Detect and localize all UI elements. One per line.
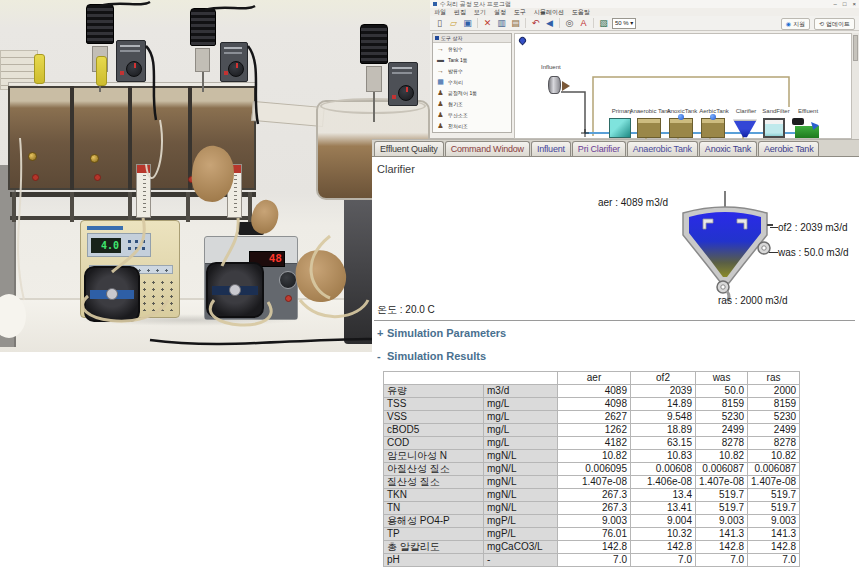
value-cell: 10.32 [631,528,696,541]
sandfilter-unit-icon[interactable] [763,118,785,138]
chart-icon[interactable]: ▧ [598,17,609,30]
unit-anoxictank[interactable]: AnoxicTank [669,118,695,138]
clarifier-title: Clarifier [377,163,415,175]
tank-unit-icon[interactable] [637,118,661,138]
section-divider [374,320,855,321]
tab-anoxic-tank[interactable]: Anoxic Tank [699,141,757,156]
canvas-scrollbar[interactable] [852,33,859,139]
sidebar-item-operator1[interactable]: ♟공정제어 1동 [433,87,511,98]
electrode-probe [34,54,45,84]
tab-influent[interactable]: Influent [531,141,571,156]
sidebar-item-basin[interactable]: ▦수처리 [433,76,511,87]
simulator-window: 수처리 공정 모사 프로그램 – □ × 파일편집보기설정도구시뮬레이션도움말 … [430,0,859,139]
collapse-icon[interactable]: - [377,350,387,362]
unit-anaerobic-tank[interactable]: Anaerobic Tank [637,118,663,138]
flowsheet-canvas[interactable]: Influent PrimaryAnaerobic TankAnoxicTank… [514,33,852,139]
save-icon[interactable]: ▣ [462,17,473,30]
value-cell: 5230 [748,411,800,424]
brass-valve [28,152,37,161]
value-cell: 519.7 [696,502,748,515]
controller-button [392,95,396,99]
value-cell: 519.7 [696,489,748,502]
maximize-button[interactable]: □ [843,0,847,8]
back-icon[interactable]: ◀ [544,17,555,30]
of2-stream-label: of2 : 2039 m3/d [778,222,848,233]
value-cell: 4089 [558,385,631,398]
simulation-parameters-label: Simulation Parameters [387,327,506,339]
influent-label: Influent [541,64,561,70]
sidebar-item-operator2[interactable]: ♟혐기조 [433,98,511,109]
support-button[interactable]: ◉지원 [781,18,810,30]
close-button[interactable]: × [852,0,856,8]
value-cell: 50.0 [696,385,748,398]
speed-dial [126,61,142,77]
overflow-chute [251,101,324,127]
influent-icon[interactable] [548,76,561,94]
mixer-motor [360,24,388,64]
unit-label: AnoxicTank [667,108,698,114]
controller-button [224,71,228,75]
row-unit: mgN/L [484,463,558,476]
row-label: COD [384,437,484,450]
paste-icon[interactable]: ▤ [510,17,521,30]
new-file-icon[interactable]: ▯ [434,17,445,30]
primary-unit-icon[interactable] [609,118,631,138]
table-row: pH-7.07.07.07.0 [384,554,800,567]
copy-icon[interactable]: ▥ [496,17,507,30]
tank-aer-unit-icon[interactable] [669,118,693,138]
expand-icon[interactable]: + [377,327,387,339]
sidebar-item-operator4[interactable]: ♟전처리조 [433,120,511,131]
value-cell: 142.8 [696,541,748,554]
value-cell: 10.82 [696,450,748,463]
pump2-knob [279,271,297,289]
sidebar-item-tank[interactable]: ▬Tank 1동 [433,54,511,65]
row-unit: mg/L [484,437,558,450]
unit-effluent[interactable]: Effluent [795,118,821,138]
row-unit: - [484,554,558,567]
simulation-parameters-header[interactable]: +Simulation Parameters [377,327,506,339]
value-cell: 267.3 [558,489,631,502]
tab-aerobic-tank[interactable]: Aerobic Tank [758,141,819,156]
controller-label [224,47,242,49]
person-icon: ♟ [436,99,445,108]
value-cell: 0.006095 [558,463,631,476]
tab-effluent-quality[interactable]: Effluent Quality [374,141,444,156]
text-icon[interactable]: A [578,17,589,30]
sidebar-item-operator3[interactable]: ♟무산소조 [433,109,511,120]
unit-label: SandFilter [762,108,789,114]
value-cell: 7.0 [558,554,631,567]
tank-aer-unit-icon[interactable] [701,118,725,138]
undo-icon[interactable]: ↶ [530,17,541,30]
effluent-unit-icon[interactable] [795,126,819,138]
unit-clarifier[interactable]: Clarifier [733,118,759,138]
sidebar-item-operator1-label: 공정제어 1동 [448,90,477,96]
cut-icon[interactable]: ✕ [482,17,493,30]
value-cell: 519.7 [748,502,800,515]
zoom-icon[interactable]: ◎ [564,17,575,30]
mixer-shaft [373,92,375,122]
value-cell: 7.0 [748,554,800,567]
tab-command-window[interactable]: Command Window [445,141,530,156]
value-cell: 1.407e-08 [748,476,800,489]
simulation-results-header[interactable]: -Simulation Results [377,350,486,362]
unit-label: Clarifier [736,108,757,114]
minimize-button[interactable]: – [834,0,837,8]
unit-aerbictank[interactable]: AerbicTank [701,118,727,138]
value-cell: 142.8 [748,541,800,554]
update-button[interactable]: ⟲업데이트 [814,18,855,30]
unit-primary[interactable]: Primary [609,118,635,138]
was-leader-line [769,252,778,253]
value-cell: 8278 [696,437,748,450]
tab-pri-clarifier[interactable]: Pri Clarifier [572,141,626,156]
zoom-level-combo[interactable]: 50 % ▾ [612,18,636,29]
unit-sandfilter[interactable]: SandFilter [763,118,789,138]
sidebar-item-influent[interactable]: →유입수 [433,43,511,54]
open-folder-icon[interactable]: ▱ [448,17,459,30]
sidebar-items: →유입수▬Tank 1동→방류수▦수처리♟공정제어 1동♟혐기조♟무산소조♟전처… [433,43,511,131]
clarifier-unit-icon[interactable] [733,118,757,138]
sidebar-item-effluent[interactable]: →방류수 [433,65,511,76]
tab-anaerobic-tank[interactable]: Anaerobic Tank [627,141,698,156]
scrollbar-thumb[interactable] [853,35,858,61]
speed-dial [398,85,414,101]
value-cell: 8159 [696,398,748,411]
